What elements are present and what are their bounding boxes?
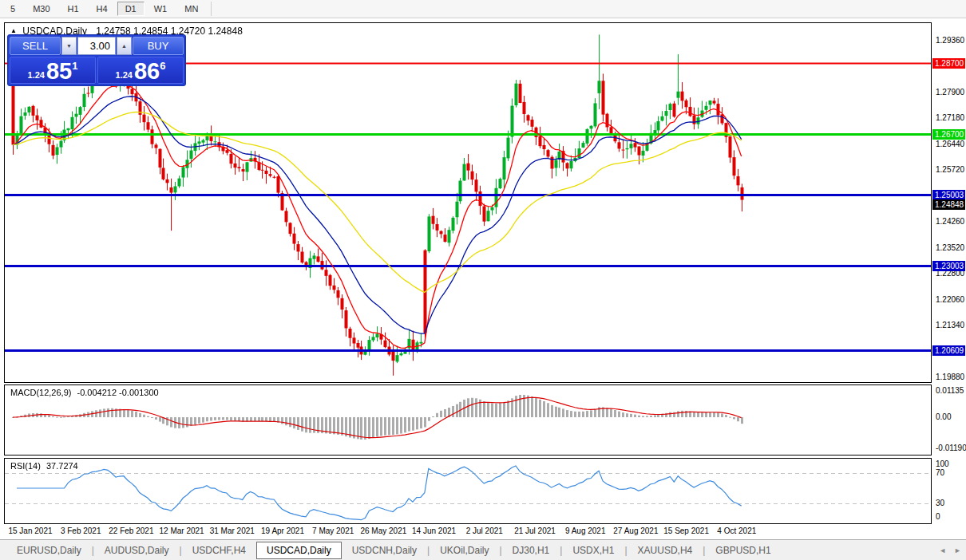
chart-tab-bar: EURUSD,Daily|AUDUSD,Daily|USDCHF,H4USDCA… [0, 539, 966, 560]
chart-tab-ukoil[interactable]: UKOil,Daily [430, 542, 499, 558]
tab-nav-arrows: ◄► [939, 546, 961, 554]
rsi-panel: RSI(14) 37.7274 [4, 458, 932, 524]
tab-scroll-right-icon[interactable]: ► [954, 546, 961, 554]
macd-name: MACD(12,26,9) [10, 388, 71, 397]
date-axis-label: 4 Oct 2021 [707, 526, 766, 535]
toolbar-separator [211, 2, 212, 16]
chart-tab-audusd[interactable]: AUDUSD,Daily [94, 542, 180, 558]
timeframe-button-5[interactable]: 5 [2, 2, 23, 16]
price-level-label: 1.23003 [932, 261, 965, 271]
chart-tab-gbpusd[interactable]: GBPUSD,H1 [705, 542, 781, 558]
timeframe-toolbar: 5M30H1H4D1W1MN [0, 0, 966, 18]
current-price-label: 1.24848 [932, 199, 965, 210]
rsi-value: 37.7274 [46, 461, 78, 471]
price-axis-tick: 1.24260 [936, 217, 964, 226]
price-level-label: 1.20609 [932, 345, 965, 356]
price-axis-tick: 1.29360 [936, 36, 964, 45]
volume-increase-button[interactable]: ▲ [117, 37, 132, 55]
chart-tab-usdcad[interactable]: USDCAD,Daily [256, 542, 342, 559]
volume-decrease-button[interactable]: ▼ [61, 37, 77, 55]
sell-price-pip-digit: 1 [72, 60, 77, 72]
macd-values: -0.004212 -0.001300 [77, 388, 158, 397]
timeframe-button-M30[interactable]: M30 [25, 2, 57, 16]
rsi-name: RSI(14) [10, 461, 41, 471]
chart-tab-xauusd[interactable]: XAUUSD,H4 [628, 542, 703, 558]
price-level-label: 1.28700 [932, 58, 965, 69]
chart-tab-usdchf[interactable]: USDCHF,H4 [182, 542, 256, 558]
sell-price-button[interactable]: 1.24 85 1 [10, 57, 96, 84]
macd-label: MACD(12,26,9) -0.004212 -0.001300 [10, 388, 159, 397]
rsi-axis: 10070300 [932, 458, 966, 524]
mt4-window: 5M30H1H4D1W1MN ▲ USDCAD,Daily 1.24758 1.… [0, 0, 966, 560]
chart-tab-usdx[interactable]: USDX,H1 [562, 542, 624, 558]
macd-axis-tick: 0.01135 [936, 386, 964, 395]
buy-price-button[interactable]: 1.24 86 6 [97, 57, 184, 84]
rsi-axis-tick: 70 [936, 468, 944, 477]
rsi-axis-tick: 0 [936, 512, 940, 521]
tab-scroll-left-icon[interactable]: ◄ [939, 546, 946, 554]
rsi-axis-tick: 100 [936, 459, 949, 468]
timeframe-button-W1[interactable]: W1 [146, 2, 176, 16]
macd-axis-tick: 0.00 [936, 412, 951, 421]
rsi-axis-tick: 30 [936, 499, 944, 507]
chart-tab-usdcnh[interactable]: USDCNH,Daily [342, 542, 427, 558]
price-axis-tick: 1.26440 [936, 140, 964, 148]
macd-axis: 0.011350.00-0.011904 [932, 385, 966, 455]
price-axis-tick: 1.27900 [936, 88, 964, 97]
buy-price-pip-digit: 6 [160, 60, 165, 72]
macd-axis-tick: -0.011904 [936, 444, 966, 452]
collapse-objects-icon[interactable]: ▲ [10, 27, 17, 34]
timeframe-button-D1[interactable]: D1 [117, 2, 145, 16]
price-axis[interactable]: 1.293601.279001.271801.264401.257201.242… [932, 22, 966, 383]
price-axis-tick: 1.21340 [936, 321, 964, 329]
chart-tab-eurusd[interactable]: EURUSD,Daily [6, 542, 92, 558]
price-axis-tick: 1.22060 [936, 295, 964, 304]
timeframe-button-H1[interactable]: H1 [60, 2, 87, 16]
rsi-canvas[interactable] [5, 459, 931, 523]
buy-button[interactable]: BUY [133, 37, 184, 55]
price-axis-tick: 1.25720 [936, 165, 964, 174]
price-axis-tick: 1.19880 [936, 373, 964, 381]
macd-panel: MACD(12,26,9) -0.004212 -0.001300 [4, 385, 932, 455]
rsi-label: RSI(14) 37.7274 [10, 461, 78, 471]
sell-price-big-digits: 85 [46, 59, 72, 83]
sell-button[interactable]: SELL [10, 37, 61, 55]
buy-price-prefix: 1.24 [116, 70, 133, 80]
price-chart-panel: ▲ USDCAD,Daily 1.24758 1.24854 1.24720 1… [4, 22, 932, 383]
price-level-label: 1.26700 [932, 129, 965, 140]
timeframe-button-MN[interactable]: MN [176, 2, 206, 16]
sell-price-prefix: 1.24 [28, 70, 45, 80]
timeframe-button-H4[interactable]: H4 [89, 2, 116, 16]
price-axis-tick: 1.27180 [936, 113, 964, 122]
one-click-trading-panel: SELL ▼ ▲ BUY 1.24 85 1 1.24 86 6 [7, 34, 186, 86]
price-axis-tick: 1.23520 [936, 243, 964, 252]
buy-price-big-digits: 86 [134, 59, 160, 83]
chart-tab-dj30[interactable]: DJ30,H1 [502, 542, 560, 558]
date-axis[interactable]: 15 Jan 20213 Feb 202122 Feb 202112 Mar 2… [4, 525, 932, 538]
volume-input[interactable] [77, 37, 116, 55]
